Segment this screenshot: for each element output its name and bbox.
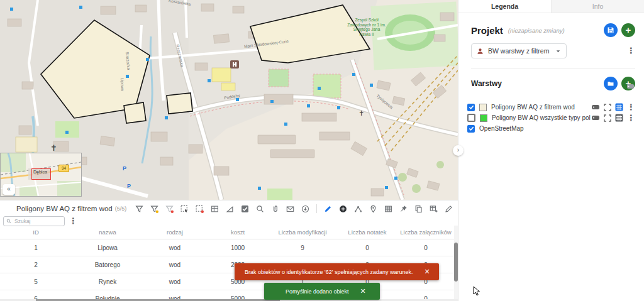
tag-icon[interactable] [592, 115, 600, 121]
table-add-icon[interactable] [430, 205, 438, 213]
cell-zalaczniki: 0 [399, 244, 453, 251]
legend-sidebar: Legenda Info Projekt (niezapisane zmiany… [458, 0, 644, 301]
success-toast-message: Pomyślnie dodano obiekt [286, 288, 349, 295]
filter-active-icon[interactable] [150, 205, 158, 213]
cell-notatki: 0 [336, 244, 399, 251]
zoom-to-layer-icon[interactable] [604, 104, 611, 111]
vertex-tool-icon[interactable] [354, 205, 362, 213]
cell-id: 1 [0, 244, 72, 251]
overview-city-label: Dębica [33, 170, 47, 174]
table-icon[interactable] [384, 205, 392, 213]
column-header[interactable]: koszt [206, 229, 269, 236]
section-divider [471, 68, 635, 69]
rename-icon[interactable] [445, 205, 453, 213]
cell-nazwa: Rynek [72, 278, 143, 285]
check-icon [469, 104, 474, 110]
layer-swatch [480, 114, 487, 122]
layer-row-filtered[interactable]: Poligony BW AQ z filtrem wod ⋮ [458, 102, 644, 112]
search-icon [6, 219, 11, 224]
error-toast: Brak obiektów o identyfikatorze '62' spe… [235, 263, 439, 280]
cell-koszt: 1000 [206, 244, 269, 251]
column-header[interactable]: rodzaj [143, 229, 206, 236]
project-menu-kebab-icon[interactable]: ⋮ [627, 47, 635, 55]
project-section-title: Projekt [471, 25, 503, 36]
attachments-icon[interactable] [271, 205, 279, 213]
tab-info[interactable]: Info [551, 0, 644, 13]
success-toast: Pomyślnie dodano obiekt ✕ [264, 283, 380, 300]
layer-label: Poligony BW AQ wszystkie typy pol [492, 114, 592, 121]
measure-icon[interactable] [226, 205, 234, 213]
success-toast-close-icon[interactable]: ✕ [360, 287, 366, 295]
cell-id: 2 [0, 261, 72, 268]
edit-icon[interactable] [324, 205, 332, 213]
hospital-icon [230, 60, 239, 68]
filter-clear-icon[interactable] [165, 205, 174, 213]
layer-menu-kebab-icon[interactable]: ⋮ [627, 104, 635, 111]
overview-collapse-button[interactable]: « [3, 184, 15, 195]
layer-checkbox-checked[interactable] [467, 104, 475, 111]
deselect-features-icon[interactable] [196, 205, 204, 213]
layer-swatch [479, 104, 487, 111]
selected-project-label: BW warstwy z filtrem [488, 47, 555, 55]
layer-group-button[interactable] [604, 77, 618, 90]
tab-legenda[interactable]: Legenda [458, 0, 551, 13]
layer-row-all-types[interactable]: Poligony BW AQ wszystkie typy pol ⋮ [458, 112, 644, 123]
layer-list: Poligony BW AQ z filtrem wod ⋮ Poligony … [458, 102, 644, 134]
unsaved-changes-label: (niezapisane zmiany) [508, 27, 600, 34]
tag-icon[interactable] [592, 104, 600, 110]
download-icon[interactable] [301, 205, 309, 213]
cell-rodzaj: wod [143, 261, 206, 268]
layer-checkbox-unchecked[interactable] [467, 114, 475, 122]
attribute-table-icon-active[interactable] [615, 103, 623, 111]
layer-row-basemap[interactable]: OpenStreetMap [458, 123, 644, 134]
layer-tag-mini-icon [627, 80, 634, 92]
sidebar-tabs: Legenda Info [458, 0, 644, 13]
sidebar-toggle-button[interactable]: › [453, 145, 464, 156]
plus-icon: + [626, 24, 631, 36]
road-number-badge: 94 [58, 165, 69, 172]
layer-checkbox-checked[interactable] [467, 125, 475, 133]
email-icon[interactable] [286, 205, 294, 213]
toolbar-divider [316, 204, 317, 213]
layer-label: OpenStreetMap [479, 125, 635, 132]
layer-menu-kebab-icon[interactable]: ⋮ [627, 114, 635, 122]
add-project-button[interactable]: + [621, 23, 635, 37]
filter-icon[interactable] [135, 205, 143, 213]
zoom-to-layer-icon[interactable] [604, 114, 611, 122]
cell-rodzaj: wod [143, 244, 206, 251]
table-filtered-icon[interactable] [211, 205, 219, 213]
search-input[interactable] [13, 217, 60, 225]
zoom-to-selection-icon[interactable] [256, 205, 264, 213]
column-header[interactable]: Liczba załączników [399, 229, 453, 236]
attribute-table-icon[interactable] [615, 114, 623, 122]
add-feature-icon[interactable] [339, 205, 347, 213]
overview-map[interactable]: Dębica 94 « [0, 153, 82, 197]
gis-application: ✝ ✝ Koszarówka M [0, 0, 644, 301]
column-header[interactable]: Liczba modyfikacji [269, 229, 336, 236]
map-canvas[interactable]: ✝ ✝ Koszarówka M [0, 0, 458, 200]
panel-toolbar [135, 204, 513, 213]
table-search-box[interactable] [3, 216, 65, 226]
pin-feature-icon[interactable] [399, 205, 408, 213]
check-icon [469, 126, 474, 131]
save-icon [607, 26, 614, 34]
cell-nazwa: Lipowa [72, 244, 143, 251]
church-icon: ✝ [50, 143, 57, 153]
error-toast-close-icon[interactable]: ✕ [425, 268, 430, 276]
copy-icon[interactable] [414, 205, 423, 213]
raster-toggle-icon[interactable] [241, 205, 249, 213]
layer-label: Poligony BW AQ z filtrem wod [491, 104, 592, 111]
layers-section-title: Warstwy [471, 79, 600, 88]
select-features-icon[interactable] [180, 205, 189, 213]
add-point-icon[interactable] [369, 205, 377, 213]
chevron-down-icon [555, 48, 561, 54]
panel-header: Poligony BW AQ z filtrem wod (5/5) [0, 200, 458, 216]
feature-count: (5/5) [115, 205, 127, 212]
column-header[interactable]: ID [0, 229, 72, 236]
project-select[interactable]: BW warstwy z filtrem [471, 43, 567, 58]
column-header[interactable]: Liczba notatek [336, 229, 399, 236]
table-row[interactable]: 1 Lipowa wod 1000 9 0 0 [0, 239, 454, 256]
save-project-button[interactable] [604, 23, 618, 37]
search-menu-kebab-icon[interactable]: ⋮ [69, 217, 77, 225]
column-header[interactable]: nazwa [72, 229, 143, 236]
